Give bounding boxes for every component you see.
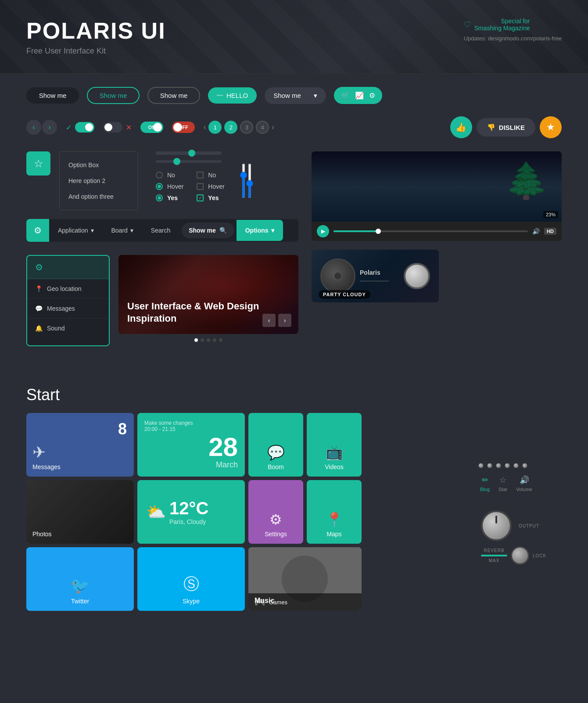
chevron-down-icon: ▾: [314, 92, 317, 100]
like-button[interactable]: 👍: [450, 116, 472, 138]
tile-calendar[interactable]: Make some changes 20:00 - 21:15 28 March: [137, 413, 245, 477]
reverb-line: [481, 555, 507, 556]
toggle-off-label[interactable]: OFF: [172, 122, 195, 133]
tile-skype[interactable]: Ⓢ Skype: [137, 547, 245, 611]
page-4[interactable]: 4: [256, 121, 269, 134]
tile-maps[interactable]: 📍 Maps: [307, 480, 362, 544]
cart-icon: 🛒: [341, 91, 350, 100]
navbar-application[interactable]: Application ▾: [49, 220, 103, 241]
show-me-button-2[interactable]: Show me: [87, 87, 140, 104]
page-3[interactable]: 3: [240, 121, 253, 134]
slider-2[interactable]: [156, 160, 222, 163]
maps-icon: 📍: [326, 511, 343, 528]
eq-knob-5[interactable]: [513, 463, 519, 468]
dot-4[interactable]: [213, 338, 216, 342]
tiles-grid: 8 ✈ Messages Make some changes 20:00 - 2…: [26, 413, 467, 611]
tile-videos[interactable]: 📺 Videos: [307, 413, 362, 477]
play-button[interactable]: ▶: [317, 225, 329, 237]
vert-slider-2[interactable]: [248, 163, 251, 198]
weather-loc: Paris, Cloudy: [169, 518, 208, 525]
dropdown-item-1[interactable]: Option Box: [60, 157, 138, 173]
equalizer: ✏ Blog ☆ Star 🔊 Volume: [474, 413, 562, 496]
eq-knob-6[interactable]: [522, 463, 527, 468]
skype-icon: Ⓢ: [183, 574, 199, 595]
eq-knob-1[interactable]: [478, 463, 484, 468]
toggle-on-1[interactable]: [75, 122, 94, 133]
tile-settings[interactable]: ⚙ Settings: [248, 480, 303, 544]
audio-knobs: OUTPUT REVERB MAX LOCK: [474, 503, 562, 572]
main-content: Show me Show me Show me 〰 HELLO Show me …: [0, 74, 588, 386]
party-cloudy-badge: PARTY CLOUDY: [319, 290, 370, 299]
icon-buttons-row[interactable]: 🛒 📈 ⚙: [334, 87, 382, 104]
show-me-dropdown[interactable]: Show me ▾: [265, 87, 326, 104]
navbar-gear-icon[interactable]: ⚙: [26, 219, 49, 242]
checkbox-no-sq[interactable]: [197, 172, 204, 179]
navbar-search[interactable]: Search: [142, 220, 179, 241]
tile-photos[interactable]: Photos: [26, 480, 134, 544]
navbar-board[interactable]: Board ▾: [103, 220, 142, 241]
checkbox-hover-sq[interactable]: [197, 183, 204, 190]
hello-button[interactable]: 〰 HELLO: [208, 87, 257, 104]
header: POLARIS UI Free User Interface Kit ♡ Spe…: [0, 0, 588, 74]
page-1[interactable]: 1: [208, 121, 222, 134]
cd-info: Polaris ——————: [360, 269, 389, 283]
dislike-button[interactable]: 👎 DISLIKE: [477, 118, 535, 136]
sidebar-sound[interactable]: 🔔 Sound: [27, 319, 109, 338]
page-2[interactable]: 2: [224, 121, 237, 134]
start-section: Start 8 ✈ Messages Make some changes 20:…: [0, 386, 588, 628]
eq-col-2: [487, 463, 492, 470]
tile-messages[interactable]: 8 ✈ Messages: [26, 413, 134, 477]
cal-content: 28 March: [208, 434, 238, 470]
lock-knob[interactable]: [511, 546, 529, 565]
show-me-button-3[interactable]: Show me: [147, 87, 200, 104]
show-me-button-1[interactable]: Show me: [26, 87, 79, 104]
page-prev[interactable]: ‹: [204, 123, 206, 131]
middle-section: ☆ Option Box Here option 2 And option th…: [26, 151, 562, 359]
eq-knob-2[interactable]: [487, 463, 492, 468]
skype-label: Skype: [183, 598, 200, 605]
tile-twitter[interactable]: 🐦 Twitter: [26, 547, 134, 611]
settings-icon: ⚙: [269, 511, 282, 528]
dropdown-item-3[interactable]: And option three: [60, 189, 138, 204]
star-eq-icon: ☆: [499, 475, 506, 485]
dot-2[interactable]: [201, 338, 204, 342]
navbar-show-me[interactable]: Show me 🔍: [182, 222, 233, 238]
eq-knob-4[interactable]: [505, 463, 510, 468]
prev-arrow[interactable]: ‹: [26, 120, 41, 135]
tile-boom[interactable]: 💬 Boom: [248, 413, 303, 477]
navbar-options[interactable]: Options ▾: [237, 220, 283, 241]
eq-knob-3[interactable]: [496, 463, 501, 468]
star-button[interactable]: ★: [540, 116, 562, 138]
photos-label: Photos: [32, 531, 52, 538]
radio-no-circle-1[interactable]: [156, 172, 163, 179]
dot-5[interactable]: [219, 338, 222, 342]
vert-slider-1[interactable]: [242, 163, 245, 198]
toggle-on-label[interactable]: ON: [140, 122, 163, 133]
favorites-button[interactable]: ☆: [26, 151, 50, 176]
chart-icon: 📈: [355, 91, 364, 100]
dropdown-area: ☆ Option Box Here option 2 And option th…: [26, 151, 298, 210]
dropdown-item-2[interactable]: Here option 2: [60, 173, 138, 189]
volume-eq-icon: 🔊: [520, 475, 529, 485]
tile-weather[interactable]: ⛅ 12°C Paris, Cloudy: [137, 480, 245, 544]
gear-icon-btn: ⚙: [369, 91, 375, 100]
eq-blog: ✏ Blog: [480, 475, 490, 492]
dot-1[interactable]: [194, 338, 198, 342]
tile-music-games[interactable]: Music 🎮 Games: [248, 547, 362, 611]
radio-yes-circle-1[interactable]: [156, 194, 163, 201]
checkbox-yes-sq[interactable]: [197, 194, 204, 201]
dot-3[interactable]: [207, 338, 210, 342]
sidebar-geo[interactable]: 📍 Geo location: [27, 279, 109, 299]
dropdown-menu[interactable]: Option Box Here option 2 And option thre…: [59, 151, 138, 210]
next-arrow[interactable]: ›: [42, 120, 57, 135]
progress-bar[interactable]: [333, 230, 528, 232]
toggle-off-1[interactable]: [103, 122, 122, 133]
volume-knob[interactable]: [404, 263, 430, 289]
sidebar-messages[interactable]: 💬 Messages: [27, 299, 109, 319]
slider-1[interactable]: [156, 151, 222, 155]
volume-icon[interactable]: 🔊: [532, 228, 540, 235]
page-next[interactable]: ›: [272, 123, 274, 131]
special-label: Special for: [474, 18, 530, 25]
output-knob[interactable]: [481, 510, 512, 541]
radio-hover-circle-1[interactable]: [156, 183, 163, 190]
